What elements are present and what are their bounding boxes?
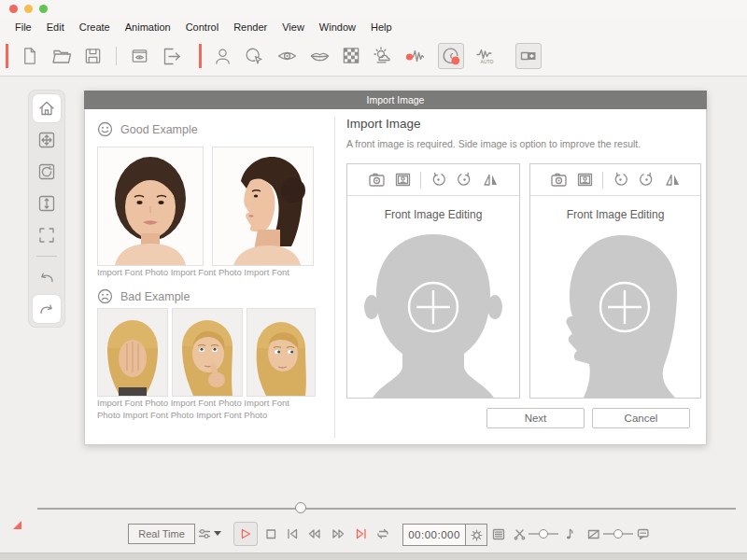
actor-button[interactable] (213, 46, 233, 66)
checkerboard-icon (342, 46, 361, 66)
bad-example-caption: Import Font Photo Import Font Photo Impo… (97, 398, 314, 421)
mode-dropdown-caret[interactable] (214, 531, 221, 536)
hide-image-icon (586, 527, 600, 540)
move-icon (37, 131, 56, 149)
track-list-button[interactable] (491, 527, 506, 541)
mode-settings-icon[interactable] (198, 527, 211, 540)
menu-animation[interactable]: Animation (118, 21, 178, 33)
save-project-button[interactable] (83, 46, 103, 66)
flip-horizontal-button[interactable] (664, 171, 682, 189)
atmosphere-tool-button[interactable] (373, 46, 394, 66)
menu-view[interactable]: View (275, 21, 312, 33)
photo-library-button[interactable] (394, 171, 412, 189)
good-example-label: Good Example (120, 123, 198, 136)
dialog-body: Good Example (84, 109, 707, 445)
close-window-button[interactable] (9, 5, 18, 13)
flip-horizontal-button[interactable] (482, 171, 500, 189)
move-tool-button[interactable] (33, 126, 61, 154)
open-folder-icon (50, 46, 72, 66)
timeline-playhead[interactable] (295, 502, 306, 513)
frowny-icon (97, 288, 113, 304)
composer-button[interactable] (515, 43, 542, 69)
menu-window[interactable]: Window (312, 21, 363, 33)
menu-file[interactable]: File (7, 21, 39, 33)
person-icon (213, 46, 233, 66)
playback-mode-selector[interactable]: Real Time (128, 524, 195, 544)
transport-bar: Real Time (0, 521, 747, 553)
app-window: File Edit Create Animation Control Rende… (0, 0, 747, 560)
time-settings-button[interactable] (465, 525, 486, 545)
stretch-tool-button[interactable] (33, 189, 61, 217)
toolbar-accent-divider (6, 44, 8, 68)
step-back-button[interactable] (306, 526, 322, 541)
audio-mix-track[interactable] (529, 528, 558, 539)
rotate-cw-icon (456, 171, 473, 189)
front-editor-label: Front Image Editing (347, 208, 519, 221)
face-puppet-button[interactable] (438, 43, 464, 69)
caption-mix-track[interactable] (603, 528, 633, 539)
photo-library-button[interactable] (576, 171, 594, 189)
fit-view-button[interactable] (33, 221, 61, 249)
play-button[interactable] (233, 522, 258, 546)
minimize-window-button[interactable] (24, 5, 33, 13)
background-tool-button[interactable] (342, 46, 361, 66)
dialog-title[interactable]: Import Image (84, 91, 707, 109)
camera-button[interactable] (550, 171, 568, 189)
record-voice-button[interactable] (405, 46, 427, 66)
dialog-section-divider (334, 117, 335, 438)
caption-mix-knob[interactable] (613, 529, 623, 539)
menu-create[interactable]: Create (72, 21, 118, 33)
undo-button[interactable] (33, 263, 61, 291)
step-forward-icon (331, 526, 346, 541)
rotate-ccw-button[interactable] (430, 171, 447, 189)
redo-button[interactable] (33, 295, 61, 323)
menu-help[interactable]: Help (363, 21, 400, 33)
preview-button[interactable] (130, 46, 149, 66)
main-toolbar: AUTO (0, 35, 747, 77)
eye-icon (276, 46, 298, 66)
flip-horizontal-icon (664, 171, 682, 189)
clip-audio-icon (514, 527, 526, 540)
front-editor-toolbar (347, 164, 519, 196)
new-project-button[interactable] (20, 46, 39, 66)
menu-control[interactable]: Control (178, 21, 226, 33)
lips-tool-button[interactable] (309, 46, 331, 66)
loop-button[interactable] (375, 526, 390, 541)
add-panel-icon (518, 46, 539, 66)
bad-example-label: Bad Example (120, 290, 190, 303)
cancel-button[interactable]: Cancel (592, 408, 690, 428)
select-tool-button[interactable] (244, 46, 265, 66)
camera-button[interactable] (368, 171, 386, 189)
audio-mix-knob[interactable] (539, 529, 548, 539)
open-project-button[interactable] (50, 46, 72, 66)
import-section-description: A front image is required. Side image is… (346, 138, 641, 149)
go-to-end-button[interactable] (354, 526, 369, 541)
side-toolbar-divider (36, 256, 57, 257)
record-waveform-icon (405, 46, 427, 66)
timeline-track[interactable] (37, 508, 736, 510)
editor-toolbar-divider (602, 172, 603, 189)
next-button[interactable]: Next (486, 408, 585, 428)
toolbar-divider (116, 47, 117, 65)
zoom-window-button[interactable] (39, 5, 48, 13)
go-to-start-button[interactable] (285, 526, 300, 541)
eyes-tool-button[interactable] (276, 46, 298, 66)
rotate-cw-button[interactable] (638, 171, 655, 189)
music-note-icon (561, 527, 573, 540)
menu-render[interactable]: Render (226, 21, 275, 33)
stop-button[interactable] (263, 526, 278, 541)
menu-bar: File Edit Create Animation Control Rende… (0, 19, 747, 35)
export-button[interactable] (161, 46, 182, 66)
redo-icon (37, 300, 56, 318)
track-list-icon (491, 527, 506, 541)
audio-mix-slider (514, 527, 573, 540)
lips-icon (309, 46, 331, 66)
menu-edit[interactable]: Edit (39, 21, 72, 33)
auto-waveform-icon: AUTO (475, 46, 499, 66)
rotate-ccw-button[interactable] (612, 171, 629, 189)
rotate-tool-button[interactable] (33, 158, 61, 186)
step-forward-button[interactable] (331, 526, 346, 541)
auto-lipsync-button[interactable]: AUTO (475, 46, 499, 66)
home-button[interactable] (33, 94, 61, 122)
rotate-cw-button[interactable] (456, 171, 473, 189)
